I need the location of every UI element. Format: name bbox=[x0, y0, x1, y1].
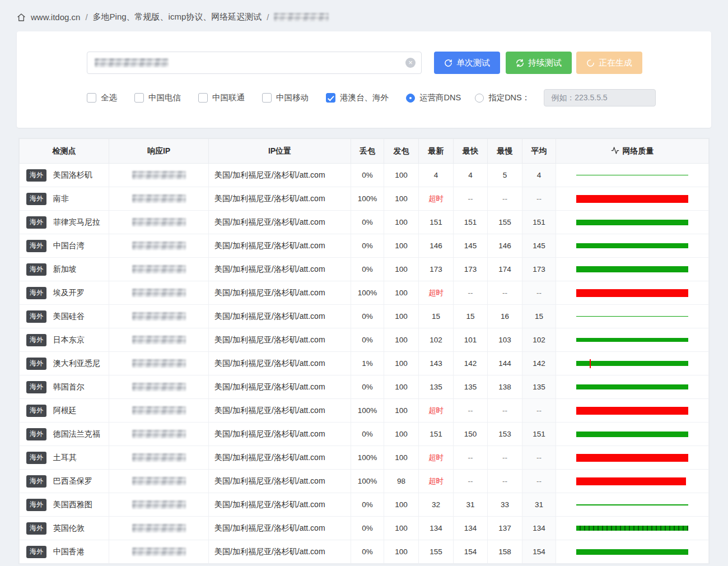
quality-cell bbox=[556, 187, 709, 211]
redacted-ip bbox=[132, 500, 186, 509]
breadcrumb-test-type[interactable]: 多地Ping、常规版、icmp协议、网络延迟测试 bbox=[93, 12, 262, 22]
node-cell: 海外 埃及开罗 bbox=[20, 281, 109, 305]
checkbox-select-all[interactable]: 全选 bbox=[87, 92, 117, 103]
sent-value: 100 bbox=[384, 352, 419, 375]
checkbox-overseas[interactable]: 港澳台、海外 bbox=[326, 92, 389, 103]
quality-cell bbox=[556, 234, 709, 258]
redacted-ip bbox=[132, 289, 186, 297]
checkbox-box bbox=[87, 93, 96, 103]
ip-location: 美国/加利福尼亚/洛杉矶/att.com bbox=[209, 328, 351, 352]
node-cell: 海外 澳大利亚悉尼 bbox=[20, 352, 109, 375]
table-row: 海外 阿根廷 美国/加利福尼亚/洛杉矶/att.com 100% 100 超时 … bbox=[20, 399, 709, 423]
sent-value: 100 bbox=[384, 258, 419, 281]
refresh-icon bbox=[444, 59, 452, 67]
checkbox-china-mobile[interactable]: 中国移动 bbox=[262, 92, 309, 103]
redacted-ip bbox=[132, 524, 186, 532]
continuous-test-button[interactable]: 持续测试 bbox=[506, 52, 572, 74]
checkbox-box bbox=[198, 93, 208, 103]
node-name: 英国伦敦 bbox=[53, 523, 85, 532]
breadcrumb: www.itdog.cn / 多地Ping、常规版、icmp协议、网络延迟测试 … bbox=[0, 0, 728, 22]
latest-value: 超时 bbox=[419, 446, 454, 470]
sent-value: 100 bbox=[384, 328, 419, 352]
region-badge: 海外 bbox=[26, 310, 46, 323]
node-cell: 海外 德国法兰克福 bbox=[20, 423, 109, 446]
fastest-value: -- bbox=[454, 470, 488, 493]
quality-cell bbox=[556, 470, 709, 493]
sent-value: 100 bbox=[384, 305, 419, 328]
node-name: 土耳其 bbox=[53, 453, 77, 462]
fastest-value: 31 bbox=[454, 493, 488, 517]
latest-value: 超时 bbox=[419, 187, 454, 211]
slowest-value: 158 bbox=[488, 540, 522, 564]
ip-location: 美国/加利福尼亚/洛杉矶/att.com bbox=[209, 540, 351, 564]
region-badge: 海外 bbox=[26, 358, 46, 370]
average-value: 102 bbox=[522, 328, 556, 352]
quality-bar bbox=[576, 526, 688, 531]
ip-location: 美国/加利福尼亚/洛杉矶/att.com bbox=[209, 187, 351, 211]
average-value: 151 bbox=[522, 423, 556, 446]
quality-sparkline bbox=[576, 359, 688, 368]
quality-sparkline bbox=[576, 194, 688, 203]
checkbox-china-unicom[interactable]: 中国联通 bbox=[198, 92, 245, 103]
redacted-ip bbox=[132, 548, 186, 556]
single-test-button[interactable]: 单次测试 bbox=[434, 52, 500, 74]
region-badge: 海外 bbox=[26, 452, 46, 464]
ip-location: 美国/加利福尼亚/洛杉矶/att.com bbox=[209, 470, 351, 493]
quality-cell bbox=[556, 399, 709, 423]
quality-bar bbox=[576, 289, 688, 297]
response-ip-cell bbox=[109, 234, 209, 258]
checkbox-box bbox=[326, 93, 335, 103]
sent-value: 100 bbox=[384, 375, 419, 399]
radio-custom-dns[interactable]: 指定DNS： bbox=[475, 92, 530, 103]
custom-dns-input[interactable]: 例如：223.5.5.5 bbox=[544, 89, 656, 106]
node-cell: 海外 中国香港 bbox=[20, 540, 109, 564]
ip-location: 美国/加利福尼亚/洛杉矶/att.com bbox=[209, 352, 351, 375]
node-cell: 海外 美国西雅图 bbox=[20, 493, 109, 517]
repeat-icon bbox=[516, 59, 524, 67]
dns-placeholder: 例如：223.5.5.5 bbox=[551, 93, 607, 103]
loss-value: 100% bbox=[351, 470, 384, 493]
loss-value: 100% bbox=[351, 187, 384, 211]
ip-location: 美国/加利福尼亚/洛杉矶/att.com bbox=[209, 305, 351, 328]
latest-value: 32 bbox=[419, 493, 454, 517]
sent-value: 100 bbox=[384, 423, 419, 446]
slowest-value: 5 bbox=[488, 164, 522, 187]
latest-value: 143 bbox=[419, 352, 454, 375]
slowest-value: -- bbox=[488, 470, 522, 493]
target-input[interactable]: × bbox=[87, 52, 422, 74]
quality-bar bbox=[576, 407, 688, 415]
sent-value: 100 bbox=[384, 187, 419, 211]
header-quality: 网络质量 bbox=[556, 139, 709, 164]
node-name: 中国香港 bbox=[53, 547, 85, 556]
average-value: 135 bbox=[522, 375, 556, 399]
response-ip-cell bbox=[109, 211, 209, 234]
table-row: 海外 日本东京 美国/加利福尼亚/洛杉矶/att.com 0% 100 102 … bbox=[20, 328, 709, 352]
fastest-value: -- bbox=[454, 281, 488, 305]
breadcrumb-site[interactable]: www.itdog.cn bbox=[31, 12, 80, 22]
node-cell: 海外 菲律宾马尼拉 bbox=[20, 211, 109, 234]
table-row: 海外 菲律宾马尼拉 美国/加利福尼亚/洛杉矶/att.com 0% 100 15… bbox=[20, 211, 709, 234]
slowest-value: 146 bbox=[488, 234, 522, 258]
sent-value: 100 bbox=[384, 517, 419, 540]
table-row: 海外 中国台湾 美国/加利福尼亚/洛杉矶/att.com 0% 100 146 … bbox=[20, 234, 709, 258]
header-response-ip: 响应IP bbox=[109, 139, 209, 164]
response-ip-cell bbox=[109, 423, 209, 446]
header-latest: 最新 bbox=[419, 139, 454, 164]
home-icon[interactable] bbox=[17, 13, 26, 22]
control-panel: × 单次测试 持续测试 正在生成 全选 中国电信 中国联通 中国 bbox=[17, 31, 711, 128]
average-value: 4 bbox=[522, 164, 556, 187]
quality-bar bbox=[576, 454, 688, 462]
table-row: 海外 巴西圣保罗 美国/加利福尼亚/洛杉矶/att.com 100% 98 超时… bbox=[20, 470, 709, 493]
response-ip-cell bbox=[109, 328, 209, 352]
clear-input-icon[interactable]: × bbox=[405, 58, 416, 68]
radio-carrier-dns[interactable]: 运营商DNS bbox=[406, 92, 461, 103]
checkbox-china-telecom[interactable]: 中国电信 bbox=[134, 92, 181, 103]
average-value: -- bbox=[522, 470, 556, 493]
header-sent: 发包 bbox=[384, 139, 419, 164]
fastest-value: -- bbox=[454, 187, 488, 211]
table-row: 海外 澳大利亚悉尼 美国/加利福尼亚/洛杉矶/att.com 1% 100 14… bbox=[20, 352, 709, 375]
ip-location: 美国/加利福尼亚/洛杉矶/att.com bbox=[209, 234, 351, 258]
redacted-ip bbox=[132, 383, 186, 391]
node-name: 日本东京 bbox=[53, 335, 85, 344]
loss-value: 0% bbox=[351, 517, 384, 540]
